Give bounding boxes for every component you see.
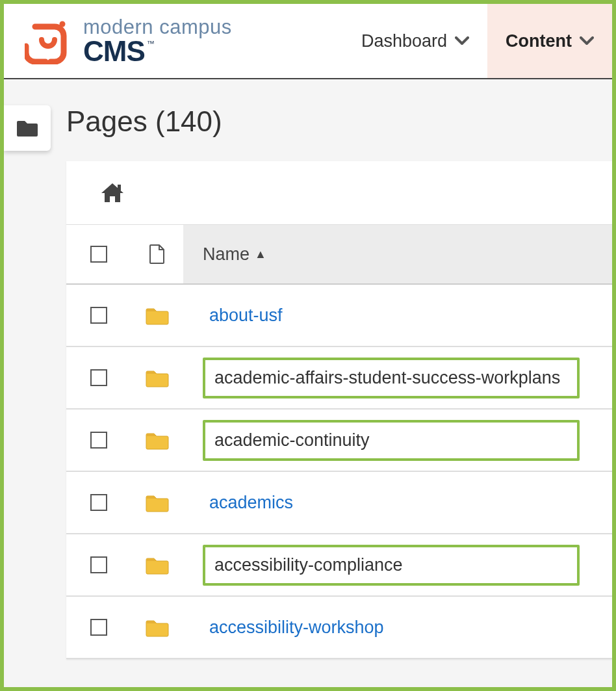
row-checkbox[interactable] <box>90 494 107 511</box>
nav-tabs: Dashboard Content <box>343 4 612 78</box>
row-checkbox[interactable] <box>90 432 107 449</box>
svg-point-0 <box>60 21 66 27</box>
row-name-cell: about-usf <box>183 300 612 331</box>
row-select-cell <box>66 619 131 636</box>
row-type-cell <box>131 617 183 638</box>
row-select-cell <box>66 369 131 386</box>
folder-icon <box>145 367 170 388</box>
row-checkbox[interactable] <box>90 556 107 573</box>
folder-icon <box>145 430 170 450</box>
breadcrumb <box>66 161 612 225</box>
row-type-cell <box>131 430 183 450</box>
logo-icon <box>25 18 71 64</box>
chevron-down-icon <box>580 36 594 46</box>
folder-link[interactable]: academic-continuity <box>203 420 580 461</box>
row-checkbox[interactable] <box>90 307 107 324</box>
chevron-down-icon <box>455 36 469 46</box>
nav-tab-label: Content <box>506 31 572 51</box>
file-icon <box>149 244 166 265</box>
topbar: modern campus CMS™ Dashboard Content <box>4 4 612 79</box>
row-name-cell: accessibility-workshop <box>183 612 612 643</box>
logo[interactable]: modern campus CMS™ <box>25 17 232 66</box>
folder-link[interactable]: academics <box>203 488 300 518</box>
row-type-cell <box>131 305 183 326</box>
table-row: accessibility-compliance <box>66 534 612 597</box>
row-checkbox[interactable] <box>90 619 107 636</box>
sort-asc-icon: ▲ <box>255 248 266 261</box>
row-select-cell <box>66 307 131 324</box>
column-type <box>131 244 183 265</box>
table-row: academic-affairs-student-success-workpla… <box>66 347 612 410</box>
home-icon[interactable] <box>100 182 125 204</box>
folder-link[interactable]: academic-affairs-student-success-workpla… <box>203 358 580 398</box>
table-row: about-usf <box>66 285 612 347</box>
folder-icon <box>145 492 170 513</box>
folder-icon <box>16 118 39 138</box>
column-name-header[interactable]: Name ▲ <box>183 225 612 283</box>
page-title: Pages (140) <box>66 105 612 138</box>
folder-link[interactable]: accessibility-compliance <box>203 545 580 586</box>
content-area: Pages (140) <box>4 79 612 659</box>
logo-text-top: modern campus <box>83 17 232 37</box>
row-name-cell: academics <box>183 488 612 518</box>
svg-rect-1 <box>118 185 121 190</box>
row-checkbox[interactable] <box>90 369 107 386</box>
row-type-cell <box>131 367 183 388</box>
folder-icon <box>145 617 170 638</box>
column-name-label: Name <box>203 244 250 265</box>
file-table: Name ▲ about-usfacademic-affairs-student… <box>66 161 612 659</box>
row-select-cell <box>66 556 131 573</box>
folder-link[interactable]: accessibility-workshop <box>203 612 391 643</box>
table-row: academic-continuity <box>66 410 612 472</box>
nav-tab-content[interactable]: Content <box>487 4 612 78</box>
row-name-cell: academic-affairs-student-success-workpla… <box>183 358 612 398</box>
row-select-cell <box>66 494 131 511</box>
row-select-cell <box>66 432 131 449</box>
row-type-cell <box>131 492 183 513</box>
column-select-all <box>66 246 131 263</box>
logo-text: modern campus CMS™ <box>83 17 232 66</box>
side-tab-files[interactable] <box>4 105 51 151</box>
table-row: academics <box>66 472 612 534</box>
row-name-cell: academic-continuity <box>183 420 612 461</box>
folder-icon <box>145 305 170 326</box>
folder-icon <box>145 554 170 575</box>
row-type-cell <box>131 554 183 575</box>
table-header: Name ▲ <box>66 225 612 285</box>
nav-tab-dashboard[interactable]: Dashboard <box>343 4 487 78</box>
logo-text-bottom: CMS™ <box>83 37 232 66</box>
folder-link[interactable]: about-usf <box>203 300 289 331</box>
select-all-checkbox[interactable] <box>90 246 107 263</box>
nav-tab-label: Dashboard <box>361 31 447 51</box>
row-name-cell: accessibility-compliance <box>183 545 612 586</box>
table-row: accessibility-workshop <box>66 597 612 659</box>
